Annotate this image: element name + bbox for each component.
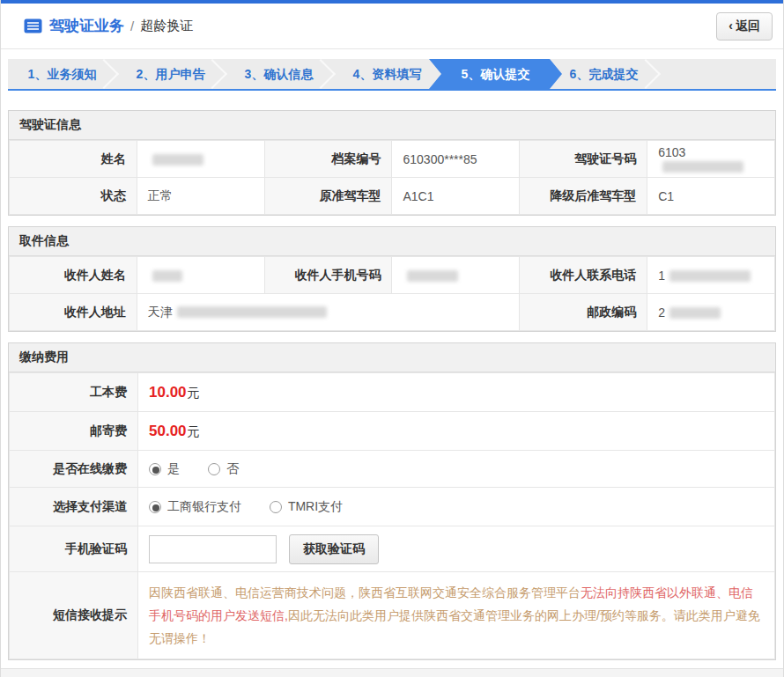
table-row: 短信接收提示 因陕西省联通、电信运营商技术问题，陕西省互联网交通安全综合服务管理… [10,572,775,659]
sms-notice-cell: 因陕西省联通、电信运营商技术问题，陕西省互联网交通安全综合服务管理平台无法向持陕… [138,572,775,659]
table-row: 邮寄费 50.00元 [10,412,775,451]
field-value [137,257,264,294]
table-row: 选择支付渠道 工商银行支付 TMRI支付 [10,488,775,526]
radio-option-no[interactable]: 否 [208,461,239,475]
step-wizard-bar: 1、业务须知 2、用户申告 3、确认信息 4、资料填写 5、确认提交 6、完成提… [8,59,776,91]
field-label: 邮寄费 [10,412,138,451]
field-label: 档案编号 [264,141,392,178]
field-value: 正常 [137,178,264,215]
table-row: 是否在线缴费 是 否 [10,451,775,488]
field-value: A1C1 [392,178,520,215]
redacted-value [177,306,327,318]
field-label: 是否在线缴费 [10,451,138,488]
fee-amount: 10.00 [149,384,187,401]
section-title: 缴纳费用 [9,343,775,372]
get-code-button[interactable]: 获取验证码 [289,534,379,564]
field-label: 状态 [10,178,137,215]
section-license-info: 驾驶证信息 姓名 档案编号 610300****85 驾驶证号码 6103 状态… [8,110,776,216]
field-label: 姓名 [10,141,137,178]
footer-action-bar: 上一步 完成 [1,668,783,677]
fee-value: 10.00元 [138,373,775,412]
radio-icon[interactable] [149,463,161,475]
page: 驾驶证业务 / 超龄换证 ‹返回 1、业务须知 2、用户申告 3、确认信息 4、… [0,0,784,677]
field-value: 1 [647,257,775,294]
payment-channel-options: 工商银行支付 TMRI支付 [138,488,775,526]
field-label: 收件人姓名 [10,257,137,294]
field-label: 选择支付渠道 [10,488,138,526]
online-pay-options: 是 否 [138,451,775,488]
field-label: 原准驾车型 [264,178,392,215]
back-button[interactable]: ‹返回 [716,12,773,40]
sms-code-cell: 获取验证码 [138,526,775,572]
table-row: 收件人姓名 收件人手机号码 收件人联系电话 1 [10,257,775,294]
field-value [137,141,264,178]
step-tab-4[interactable]: 4、资料填写 [333,59,441,89]
field-value: 天津 [137,294,519,331]
step-tab-6[interactable]: 6、完成提交 [550,59,658,89]
sms-code-input[interactable] [149,535,277,563]
breadcrumb-separator: / [130,18,134,33]
field-label: 短信接收提示 [10,572,138,659]
back-label: 返回 [736,18,760,33]
step-tab-1[interactable]: 1、业务须知 [8,59,116,89]
table-row: 手机验证码 获取验证码 [10,526,775,572]
field-value: 2 [647,294,775,331]
radio-option-yes[interactable]: 是 [149,461,180,475]
radio-option-icbc[interactable]: 工商银行支付 [149,499,241,513]
page-title: 驾驶证业务 [49,16,124,36]
step-tab-3[interactable]: 3、确认信息 [225,59,333,89]
redacted-value [662,161,743,173]
field-label: 收件人联系电话 [520,257,647,294]
field-label: 驾驶证号码 [520,141,647,178]
field-label: 收件人地址 [10,294,137,331]
radio-icon[interactable] [270,501,282,513]
field-label: 收件人手机号码 [264,257,392,294]
field-label: 降级后准驾车型 [520,178,647,215]
fee-amount: 50.00 [149,423,187,439]
table-row: 收件人地址 天津 邮政编码 2 [10,294,775,331]
back-chevron-icon: ‹ [729,18,733,33]
redacted-value [669,307,721,319]
table-row: 状态 正常 原准驾车型 A1C1 降级后准驾车型 C1 [10,178,775,215]
step-tab-2[interactable]: 2、用户申告 [116,59,225,89]
table-row: 工本费 10.00元 [10,373,775,412]
section-title: 驾驶证信息 [9,111,775,140]
radio-icon[interactable] [149,501,161,513]
field-label: 工本费 [10,373,138,412]
table-row: 姓名 档案编号 610300****85 驾驶证号码 6103 [10,141,775,178]
section-title: 取件信息 [9,227,775,256]
field-value: 610300****85 [392,141,520,178]
header: 驾驶证业务 / 超龄换证 ‹返回 [1,4,783,49]
radio-option-tmri[interactable]: TMRI支付 [270,499,343,513]
field-value: C1 [647,178,775,215]
breadcrumb-current: 超龄换证 [140,18,193,34]
license-business-icon [24,18,42,33]
sms-notice-text: 因陕西省联通、电信运营商技术问题，陕西省互联网交通安全综合服务管理平台无法向持陕… [149,581,764,650]
field-label: 邮政编码 [520,294,647,331]
redacted-value [407,270,458,282]
radio-icon[interactable] [208,463,220,475]
field-label: 手机验证码 [10,526,138,572]
fee-unit: 元 [188,386,200,400]
redacted-value [152,154,203,166]
section-payment: 缴纳费用 工本费 10.00元 邮寄费 50.00元 是否在线缴费 是 否 选择… [8,342,776,660]
step-tab-5[interactable]: 5、确认提交 [429,59,562,89]
fee-unit: 元 [188,424,200,438]
section-pickup-info: 取件信息 收件人姓名 收件人手机号码 收件人联系电话 1 收件人地址 天津 邮政… [8,226,776,332]
redacted-value [152,270,182,282]
fee-value: 50.00元 [138,412,775,451]
redacted-value [669,270,751,282]
field-value: 6103 [647,141,775,178]
field-value [392,257,520,294]
